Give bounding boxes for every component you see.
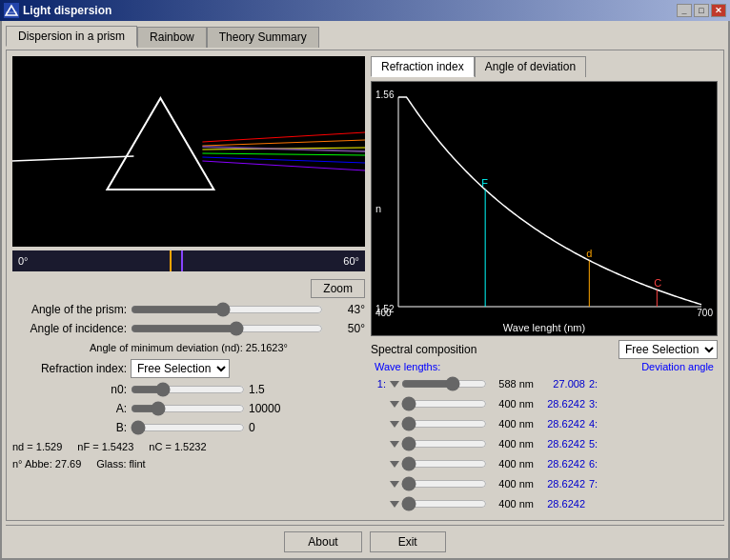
- wave-nm: 400 nm: [491, 458, 534, 470]
- tab-angle-deviation[interactable]: Angle of deviation: [475, 56, 586, 77]
- a-row: A: 10000: [12, 401, 365, 416]
- wave-row: 1:588 nm27.0082:: [371, 374, 718, 393]
- angle-incidence-row: Angle of incidence: 50°: [12, 321, 365, 336]
- wave-dev-index: 7:: [589, 478, 604, 490]
- exit-button[interactable]: Exit: [370, 531, 446, 552]
- wave-triangle-icon: [390, 441, 399, 448]
- angle-incidence-value: 50°: [327, 322, 365, 335]
- wave-triangle-icon: [390, 421, 399, 428]
- wave-triangle-icon: [390, 461, 399, 468]
- a-label: A:: [12, 402, 127, 415]
- graph-x-right: 700: [697, 308, 713, 318]
- spectral-select[interactable]: Free Selection: [618, 340, 718, 359]
- angle-prism-row: Angle of the prism: 43°: [12, 302, 365, 317]
- glass-stat: Glass: flint: [96, 458, 145, 470]
- wave-triangle-icon: [390, 481, 399, 488]
- wave-slider[interactable]: [401, 376, 487, 391]
- abbe-stat: n° Abbe: 27.69: [12, 458, 81, 470]
- angle-bar: 0° 60°: [12, 250, 365, 271]
- n0-label: n0:: [12, 383, 127, 396]
- angle-prism-slider[interactable]: [131, 302, 323, 317]
- b-value: 0: [249, 421, 306, 434]
- wave-row: 400 nm28.62424:: [371, 414, 718, 433]
- angle-prism-label: Angle of the prism:: [12, 303, 127, 316]
- main-window: Dispersion in a prism Rainbow Theory Sum…: [0, 21, 730, 560]
- prism-canvas: [12, 56, 365, 247]
- wave-triangle-icon: [390, 401, 399, 408]
- nC-stat: nC = 1.5232: [149, 441, 206, 452]
- n0-slider[interactable]: [131, 382, 245, 397]
- nF-stat: nF = 1.5423: [77, 441, 133, 452]
- wave-dev: 28.6242: [537, 498, 585, 510]
- bottom-bar: About Exit: [6, 525, 724, 554]
- nd-stat: nd = 1.529: [12, 441, 62, 452]
- wave-nm: 588 nm: [491, 378, 534, 390]
- tab-bar: Dispersion in a prism Rainbow Theory Sum…: [6, 25, 724, 46]
- spectral-header: Spectral composition Free Selection: [371, 340, 718, 359]
- wave-slider[interactable]: [401, 456, 487, 471]
- wave-nm: 400 nm: [491, 438, 534, 450]
- controls: Zoom Angle of the prism: 43° Angle of in…: [12, 275, 365, 473]
- wave-lengths-label: Wave lengths:: [375, 361, 440, 372]
- wave-slider[interactable]: [401, 416, 487, 431]
- wave-dev: 28.6242: [537, 418, 585, 430]
- wave-nm: 400 nm: [491, 398, 534, 410]
- wave-row: 400 nm28.62425:: [371, 434, 718, 453]
- wave-dev-index: 3:: [589, 398, 604, 410]
- wave-triangle-icon: [390, 381, 399, 388]
- wave-slider[interactable]: [401, 476, 487, 491]
- wave-row: 400 nm28.62423:: [371, 394, 718, 413]
- spectral-select-row: Free Selection: [618, 340, 718, 359]
- right-panel: Refraction index Angle of deviation 1.56…: [371, 56, 718, 514]
- b-row: B: 0: [12, 420, 365, 435]
- graph-x-labels: 400 700: [372, 308, 717, 318]
- angle-incidence-slider[interactable]: [131, 321, 323, 336]
- graph-y-label: n: [375, 203, 381, 214]
- min-deviation-text: Angle of minimum deviation (nd): 25.1623…: [12, 342, 365, 353]
- wave-slider[interactable]: [401, 496, 487, 511]
- wave-row: 400 nm28.62427:: [371, 474, 718, 493]
- refraction-index-select[interactable]: Free Selection: [131, 359, 230, 378]
- tab-refraction-index[interactable]: Refraction index: [371, 56, 475, 77]
- prism-display: [12, 56, 365, 247]
- wave-slider[interactable]: [401, 436, 487, 451]
- zoom-button[interactable]: Zoom: [311, 279, 365, 298]
- graph-x-label: Wave lenght (nm): [372, 322, 717, 333]
- spectral-title: Spectral composition: [371, 343, 477, 356]
- wave-dev: 28.6242: [537, 478, 585, 490]
- b-label: B:: [12, 421, 127, 434]
- angle-right: 60°: [343, 255, 359, 267]
- tab-dispersion[interactable]: Dispersion in a prism: [6, 26, 137, 47]
- wave-dev-index: 2:: [589, 378, 604, 390]
- spectral-section: Spectral composition Free Selection Wave…: [371, 340, 718, 514]
- close-button[interactable]: ✕: [711, 4, 726, 17]
- angle-left: 0°: [18, 255, 29, 267]
- wave-row: 400 nm28.62426:: [371, 454, 718, 473]
- wave-dev-index: 6:: [589, 458, 604, 470]
- wave-triangle-icon: [390, 501, 399, 508]
- content-area: 0° 60° Zoom Angle of the prism: 43°: [6, 50, 724, 521]
- wave-row: 400 nm28.6242: [371, 494, 718, 513]
- graph-area: 1.56 1.52 n 400 700 Wave lenght (nm): [371, 81, 718, 336]
- wave-index: 1:: [371, 378, 386, 390]
- tab-rainbow[interactable]: Rainbow: [137, 27, 207, 48]
- wave-rows-container: 1:588 nm27.0082:400 nm28.62423:400 nm28.…: [371, 374, 718, 514]
- n0-value: 1.5: [249, 383, 306, 396]
- minimize-button[interactable]: _: [677, 4, 692, 17]
- wave-dev: 28.6242: [537, 438, 585, 450]
- n0-row: n0: 1.5: [12, 382, 365, 397]
- left-panel: 0° 60° Zoom Angle of the prism: 43°: [12, 56, 365, 514]
- maximize-button[interactable]: □: [694, 4, 709, 17]
- wave-dev: 27.008: [537, 378, 585, 390]
- tab-theory[interactable]: Theory Summary: [207, 27, 319, 48]
- angle-incidence-label: Angle of incidence:: [12, 322, 127, 335]
- stats-row: nd = 1.529 nF = 1.5423 nC = 1.5232: [12, 441, 365, 452]
- b-slider[interactable]: [131, 420, 245, 435]
- wave-slider[interactable]: [401, 396, 487, 411]
- about-button[interactable]: About: [284, 531, 361, 552]
- a-slider[interactable]: [131, 401, 245, 416]
- graph-canvas: [372, 82, 717, 335]
- graph-x-left: 400: [375, 308, 392, 318]
- angle-prism-value: 43°: [327, 303, 365, 316]
- refraction-index-label: Refraction index:: [12, 362, 127, 375]
